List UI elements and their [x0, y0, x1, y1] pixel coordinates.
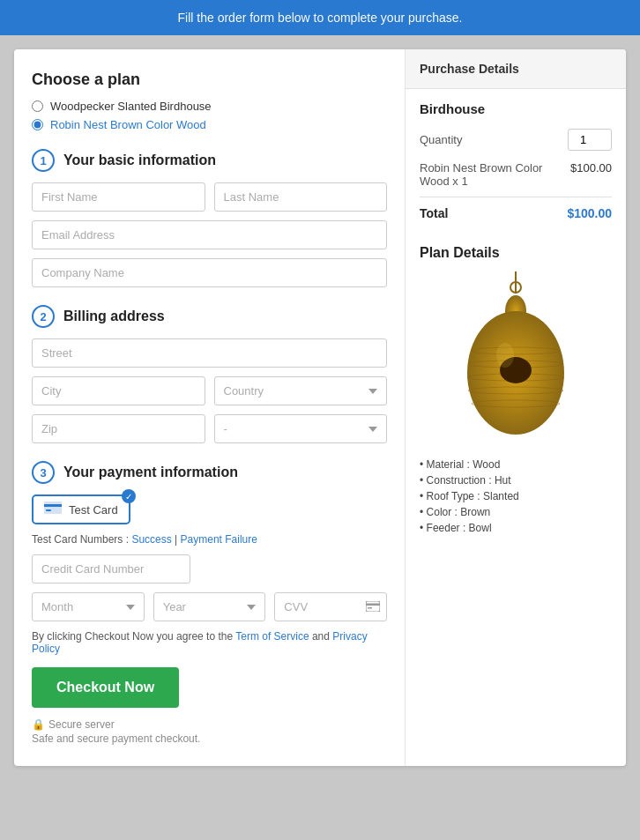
- company-row: [32, 258, 387, 287]
- terms-middle: and: [309, 630, 333, 643]
- item-price: $100.00: [570, 161, 612, 175]
- secure-info: 🔒 Secure server: [32, 718, 387, 731]
- street-row: [32, 338, 387, 368]
- country-select[interactable]: Country United States United Kingdom Can…: [214, 376, 388, 405]
- plan-label-1: Woodpecker Slanted Birdhouse: [50, 100, 212, 113]
- month-field: Month January February March April May J…: [32, 592, 145, 621]
- card-option[interactable]: Test Card ✓: [32, 494, 130, 524]
- svg-rect-4: [366, 603, 380, 606]
- email-row: [32, 220, 387, 249]
- page-wrapper: Fill the order form below to complete yo…: [0, 0, 640, 840]
- feature-3: Color : Brown: [420, 506, 612, 518]
- feature-1: Construction : Hut: [420, 474, 612, 487]
- cc-input[interactable]: [32, 554, 190, 584]
- city-input[interactable]: [32, 376, 205, 405]
- item-name: Robin Nest Brown Color Wood x 1: [420, 161, 570, 188]
- feature-4: Feeder : Bowl: [420, 522, 612, 534]
- plan-details-section: Plan Details: [406, 233, 626, 550]
- test-card-info: Test Card Numbers : Success | Payment Fa…: [32, 533, 387, 546]
- svg-point-16: [496, 343, 514, 368]
- month-select[interactable]: Month January February March April May J…: [32, 592, 145, 621]
- step3-circle: 3: [32, 461, 55, 484]
- top-banner: Fill the order form below to complete yo…: [0, 0, 640, 35]
- plan-radio-2[interactable]: [32, 119, 43, 130]
- state-field: - CA NY TX: [214, 414, 388, 443]
- step3-header: 3 Your payment information: [32, 461, 387, 484]
- test-card-success-link[interactable]: Success: [131, 533, 171, 546]
- step1-title: Your basic information: [63, 152, 216, 168]
- email-field: [32, 220, 387, 249]
- city-field: [32, 376, 205, 405]
- step2-circle: 2: [32, 305, 55, 328]
- state-select[interactable]: - CA NY TX: [214, 414, 388, 443]
- card-label: Test Card: [69, 503, 118, 517]
- main-container: Choose a plan Woodpecker Slanted Birdhou…: [14, 49, 626, 766]
- cc-row: [32, 554, 387, 584]
- plan-option-2[interactable]: Robin Nest Brown Color Wood: [32, 118, 387, 131]
- total-price: $100.00: [567, 206, 612, 220]
- purchase-details-body: Birdhouse Quantity Robin Nest Brown Colo…: [406, 89, 626, 233]
- item-row: Robin Nest Brown Color Wood x 1 $100.00: [420, 161, 612, 188]
- step2-title: Billing address: [63, 308, 165, 324]
- year-field: Year 2024 2025 2026 2027 2028 2029 2030: [153, 592, 266, 621]
- secure-label: Secure server: [48, 718, 115, 731]
- lock-icon: 🔒: [32, 718, 45, 731]
- country-field: Country United States United Kingdom Can…: [214, 376, 388, 405]
- first-name-field: [32, 182, 205, 212]
- quantity-input[interactable]: [568, 129, 612, 151]
- total-row: Total $100.00: [420, 206, 612, 220]
- cvv-field: [274, 592, 387, 621]
- zip-field: [32, 414, 205, 443]
- feature-2: Roof Type : Slanted: [420, 490, 612, 502]
- quantity-label: Quantity: [420, 133, 462, 146]
- svg-rect-2: [46, 509, 51, 511]
- svg-rect-1: [44, 504, 62, 507]
- right-panel: Purchase Details Birdhouse Quantity Robi…: [406, 49, 626, 766]
- plan-details-title: Plan Details: [420, 245, 612, 261]
- cc-field: [32, 554, 387, 584]
- banner-text: Fill the order form below to complete yo…: [178, 11, 463, 25]
- checkout-button[interactable]: Checkout Now: [32, 667, 179, 708]
- step3-title: Your payment information: [63, 465, 238, 480]
- plan-features: Material : Wood Construction : Hut Roof …: [420, 458, 612, 534]
- street-field: [32, 338, 387, 368]
- divider: [420, 197, 612, 197]
- test-card-prefix: Test Card Numbers :: [32, 533, 131, 546]
- left-panel: Choose a plan Woodpecker Slanted Birdhou…: [14, 49, 406, 766]
- street-input[interactable]: [32, 338, 387, 368]
- quantity-row: Quantity: [420, 129, 612, 151]
- step2-header: 2 Billing address: [32, 305, 387, 328]
- plan-option-1[interactable]: Woodpecker Slanted Birdhouse: [32, 100, 387, 113]
- plan-label-2: Robin Nest Brown Color Wood: [50, 118, 206, 131]
- company-input[interactable]: [32, 258, 387, 287]
- terms-prefix: By clicking Checkout Now you agree to th…: [32, 630, 235, 643]
- zip-input[interactable]: [32, 414, 205, 443]
- card-check-icon: ✓: [122, 489, 136, 503]
- product-title: Birdhouse: [420, 101, 612, 116]
- feature-0: Material : Wood: [420, 458, 612, 471]
- company-field: [32, 258, 387, 287]
- terms-text: By clicking Checkout Now you agree to th…: [32, 630, 387, 655]
- cvv-icon: [366, 600, 380, 614]
- card-icon: [44, 502, 62, 517]
- last-name-field: [214, 182, 388, 212]
- birdhouse-image: [445, 271, 586, 448]
- test-card-failure-link[interactable]: Payment Failure: [181, 533, 257, 546]
- purchase-details-header: Purchase Details: [406, 49, 626, 89]
- city-country-row: Country United States United Kingdom Can…: [32, 376, 387, 405]
- last-name-input[interactable]: [214, 182, 388, 212]
- year-select[interactable]: Year 2024 2025 2026 2027 2028 2029 2030: [153, 592, 266, 621]
- step1-circle: 1: [32, 149, 55, 172]
- email-input[interactable]: [32, 220, 387, 249]
- plan-radio-1[interactable]: [32, 100, 43, 112]
- total-label: Total: [420, 206, 448, 220]
- svg-rect-5: [368, 607, 372, 609]
- expiry-row: Month January February March April May J…: [32, 592, 387, 621]
- card-option-wrapper: Test Card ✓: [32, 494, 387, 524]
- first-name-input[interactable]: [32, 182, 205, 212]
- name-row: [32, 182, 387, 212]
- test-card-sep: |: [172, 533, 181, 546]
- secure-sub: Safe and secure payment checkout.: [32, 732, 387, 745]
- choose-plan-title: Choose a plan: [32, 71, 387, 89]
- tos-link[interactable]: Term of Service: [235, 630, 309, 643]
